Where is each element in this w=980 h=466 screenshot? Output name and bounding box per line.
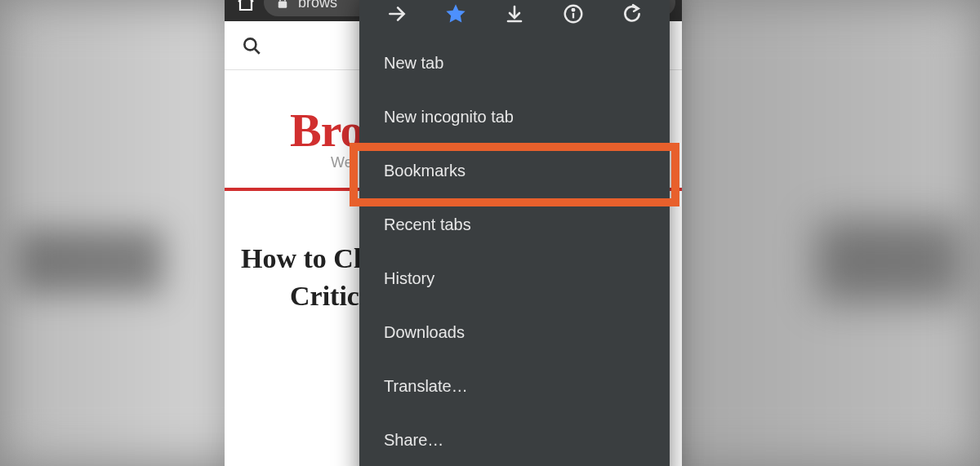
reload-button[interactable] (614, 0, 650, 32)
menu-item-new-tab[interactable]: New tab (359, 36, 670, 90)
menu-item-label: Downloads (384, 323, 465, 342)
menu-item-new-incognito-tab[interactable]: New incognito tab (359, 90, 670, 144)
menu-item-label: New incognito tab (384, 108, 514, 126)
menu-item-label: History (384, 269, 434, 288)
home-button[interactable] (231, 0, 261, 17)
background-blur-shape (16, 229, 163, 294)
search-icon (241, 35, 262, 56)
background-blur-shape (817, 220, 964, 302)
download-button[interactable] (497, 0, 532, 32)
star-icon (444, 2, 467, 25)
menu-item-share[interactable]: Share… (359, 413, 670, 466)
address-text: brows (298, 0, 337, 11)
menu-item-label: Bookmarks (384, 162, 466, 180)
menu-item-history[interactable]: History (359, 251, 670, 305)
menu-item-label: Translate… (384, 377, 468, 396)
menu-item-downloads[interactable]: Downloads (359, 305, 670, 359)
svg-point-8 (572, 9, 575, 11)
menu-item-translate[interactable]: Translate… (359, 359, 670, 413)
lock-icon (275, 0, 290, 10)
svg-rect-0 (278, 2, 287, 8)
forward-button[interactable] (379, 0, 415, 32)
overflow-menu: New tab New incognito tab Bookmarks Rece… (359, 0, 670, 466)
menu-item-label: Share… (384, 431, 443, 450)
info-icon (563, 3, 584, 24)
bookmark-star-button[interactable] (438, 0, 474, 32)
reload-icon (621, 3, 643, 24)
svg-point-1 (244, 38, 256, 50)
download-icon (505, 4, 524, 24)
home-icon (236, 0, 256, 12)
arrow-right-icon (386, 3, 408, 24)
menu-item-label: Recent tabs (384, 215, 471, 234)
svg-line-2 (255, 48, 260, 53)
info-button[interactable] (555, 0, 591, 32)
article-heading-line1: How to Cl (241, 243, 361, 273)
menu-item-recent-tabs[interactable]: Recent tabs (359, 197, 670, 251)
menu-item-label: New tab (384, 54, 443, 73)
menu-item-bookmarks[interactable]: Bookmarks (359, 144, 670, 197)
menu-icon-row (359, 0, 670, 36)
